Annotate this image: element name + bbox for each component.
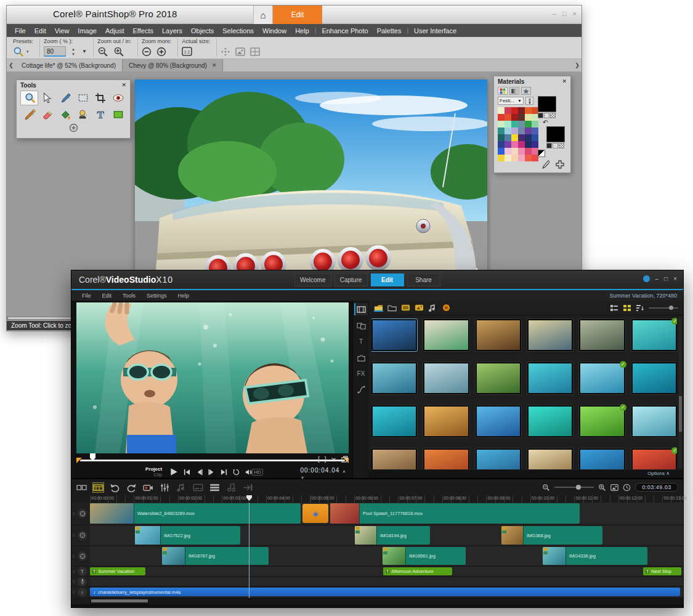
presets-dropdown-arrow[interactable]: ▾: [26, 49, 29, 54]
zoom-more-out-button[interactable]: [142, 47, 152, 57]
video-track[interactable]: Waterslide2_84803289.mov◈Pool Splash_117…: [90, 503, 683, 524]
vs-restore-button[interactable]: □: [664, 275, 668, 282]
sidebar-filter-button[interactable]: FX: [354, 367, 368, 379]
black-white-reset[interactable]: [538, 150, 545, 157]
overlay-track-1[interactable]: IMG7522.jpgIMG8194.jpgIMG368.jpg: [90, 525, 683, 545]
video-track-header[interactable]: ≡: [71, 503, 90, 524]
mark-in-button[interactable]: [: [318, 456, 320, 463]
tool-dropdown-arrow[interactable]: ▪: [33, 97, 34, 100]
scrubber-track[interactable]: [80, 460, 345, 461]
psp-menu-adjust[interactable]: Adjust: [101, 27, 129, 34]
media-thumbnail-6[interactable]: ✓: [631, 319, 677, 351]
tool-crop[interactable]: ▪: [91, 91, 109, 105]
psp-menu-view[interactable]: View: [51, 27, 74, 34]
color-swatch-45[interactable]: [518, 155, 525, 161]
timeline-timecode[interactable]: 0:03:49.03: [635, 483, 678, 492]
color-swatch-39[interactable]: [518, 148, 525, 155]
title-clip[interactable]: TAfternoon Adventure: [383, 567, 452, 575]
background-color[interactable]: [546, 126, 565, 142]
folder-button[interactable]: [387, 304, 397, 312]
pan-button[interactable]: [221, 47, 230, 57]
psp-menu-palettes[interactable]: Palettes: [373, 27, 406, 34]
home-tab[interactable]: ⌂: [253, 6, 273, 24]
timeline-zoom-in-button[interactable]: [598, 484, 606, 492]
color-swatch-21[interactable]: [518, 128, 525, 134]
tool-dropdown-arrow[interactable]: ▪: [121, 113, 122, 116]
color-swatch-27[interactable]: [518, 134, 525, 141]
music-track[interactable]: ♪chantellebarry_letsplayinstrumental.m4a: [90, 587, 683, 597]
tool-dropdown-arrow[interactable]: ▪: [51, 97, 51, 100]
color-swatch-42[interactable]: [498, 155, 505, 161]
sidebar-graphics-button[interactable]: [354, 351, 368, 363]
psp-menu-user-interface[interactable]: User Interface: [410, 27, 461, 34]
photo-clip[interactable]: IMG7522.jpg: [135, 526, 240, 545]
color-swatch-25[interactable]: [505, 134, 511, 141]
color-swatch-16[interactable]: [525, 121, 532, 128]
swap-colors-icon[interactable]: ↶: [543, 119, 567, 126]
palette-select-dropdown[interactable]: Festi...▼: [498, 97, 524, 105]
photo-clip[interactable]: IMG4336.jpg: [543, 547, 647, 565]
psp-menu-effects[interactable]: Effects: [129, 27, 158, 34]
tool-zoom[interactable]: ▪: [20, 91, 38, 105]
timeline-zoom-out-button[interactable]: [542, 484, 550, 492]
vs-tab-welcome[interactable]: Welcome: [294, 274, 331, 286]
track-lock-icon[interactable]: ≡: [73, 570, 76, 573]
color-swatch-18[interactable]: [498, 128, 505, 134]
auto-music-button[interactable]: [176, 483, 187, 492]
color-swatch-15[interactable]: [518, 121, 525, 128]
color-swatch-26[interactable]: [511, 134, 518, 141]
color-swatch-2[interactable]: [511, 107, 518, 114]
psp-menu-selections[interactable]: Selections: [218, 27, 258, 34]
color-swatch-13[interactable]: [505, 121, 511, 128]
tab-close-icon[interactable]: ✕: [212, 62, 217, 68]
color-swatch-1[interactable]: [505, 107, 511, 114]
music-clip[interactable]: ♪chantellebarry_letsplayinstrumental.m4a: [90, 588, 680, 596]
sidebar-media-button[interactable]: [354, 303, 368, 315]
psp-menu-help[interactable]: Help: [291, 27, 314, 34]
title-clip[interactable]: TSummer Vacation: [90, 567, 145, 575]
title-track-header[interactable]: ≡T: [71, 567, 90, 576]
photo-clip[interactable]: IMG8787.jpg: [162, 547, 269, 565]
preview-scrubber[interactable]: [76, 456, 349, 464]
photo-filter-button[interactable]: [415, 304, 424, 312]
vs-tab-capture[interactable]: Capture: [334, 274, 368, 286]
media-thumbnail-24[interactable]: ✓: [631, 448, 677, 469]
tool-dropdown-arrow[interactable]: ▪: [51, 113, 51, 116]
zoom-dropdown-arrow[interactable]: ▼: [82, 49, 87, 54]
color-swatch-0[interactable]: [498, 107, 505, 114]
psp-close-button[interactable]: ×: [573, 10, 577, 17]
overlay-track-1-header[interactable]: ≡: [71, 525, 90, 545]
vs-titlebar[interactable]: Corel®VideoStudioX10 WelcomeCaptureEditS…: [71, 270, 683, 289]
psp-menu-objects[interactable]: Objects: [187, 27, 218, 34]
media-thumbnail-22[interactable]: [527, 448, 573, 469]
media-thumbnail-10[interactable]: [527, 362, 573, 394]
tab-scroll-left[interactable]: ❮: [7, 59, 15, 71]
vs-menu-settings[interactable]: Settings: [141, 293, 172, 299]
media-bin-button[interactable]: [374, 304, 383, 312]
color-swatch-46[interactable]: [525, 155, 532, 161]
vs-tab-share[interactable]: Share: [407, 274, 440, 286]
color-swatch-8[interactable]: [511, 114, 518, 121]
tool-dropdown-arrow[interactable]: ▪: [103, 97, 104, 100]
color-swatch-19[interactable]: [505, 128, 511, 134]
color-swatch-37[interactable]: [505, 148, 511, 155]
hd-toggle[interactable]: HD: [252, 469, 263, 476]
music-track-header[interactable]: ≡♪: [71, 587, 90, 597]
psp-titlebar[interactable]: Corel® PaintShop® Pro 2018 ⌂ Edit – □ ×: [7, 6, 582, 24]
psp-menu-image[interactable]: Image: [73, 27, 101, 34]
track-lock-icon[interactable]: ≡: [73, 580, 76, 583]
media-thumbnail-14[interactable]: [423, 405, 469, 437]
tool-red-eye[interactable]: ▪: [108, 91, 126, 105]
tool-dropdown-arrow[interactable]: ▪: [68, 97, 69, 100]
psp-menu-file[interactable]: File: [10, 27, 30, 34]
grid-view-button[interactable]: [623, 304, 631, 312]
split-audio-button[interactable]: [226, 483, 237, 492]
media-thumbnail-7[interactable]: [371, 362, 417, 394]
media-thumbnail-2[interactable]: [423, 319, 469, 351]
color-swatch-40[interactable]: [525, 148, 532, 155]
track-lock-icon[interactable]: ≡: [73, 590, 76, 594]
media-thumbnail-15[interactable]: [476, 405, 521, 437]
media-thumbnail-18[interactable]: [631, 405, 677, 437]
tool-flood-fill[interactable]: ▪: [55, 107, 73, 122]
sidebar-title-button[interactable]: T: [354, 335, 368, 347]
